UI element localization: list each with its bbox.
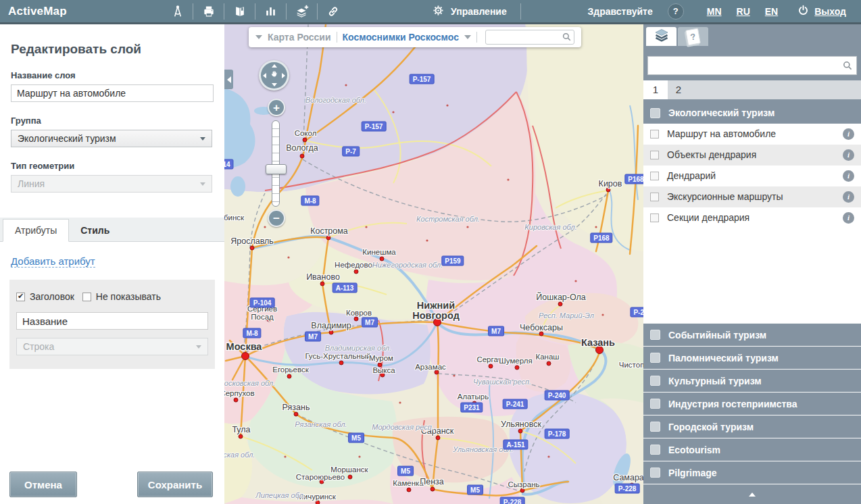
edit-layer-panel: Редактировать слой Название слоя Группа … [0, 24, 224, 504]
group-checkbox[interactable] [650, 399, 660, 409]
legend-book-icon[interactable] [224, 0, 255, 22]
road-badge: Р-228 [500, 497, 525, 504]
add-layer-icon[interactable] [287, 0, 317, 22]
active-layer-selector[interactable]: Космоснимки Роскосмос [343, 32, 459, 43]
group-checkbox[interactable] [650, 330, 660, 340]
city-dot [234, 398, 239, 403]
statistics-icon[interactable] [255, 0, 286, 22]
lang-mn[interactable]: MN [707, 6, 722, 17]
group-checkbox[interactable] [650, 376, 660, 386]
search-icon[interactable] [562, 32, 572, 45]
info-icon[interactable]: i [843, 191, 854, 203]
tab-layers[interactable] [646, 27, 676, 46]
help-button[interactable]: ? [668, 3, 684, 20]
pan-up-icon[interactable] [272, 64, 277, 68]
layers-search-input[interactable] [648, 57, 856, 74]
city-dot [558, 302, 563, 307]
city-label: Нижний Новгород [409, 301, 463, 321]
group-select[interactable]: Экологический туризм [11, 130, 212, 147]
attribute-card: Заголовок Не показывать Строка [9, 280, 215, 369]
map-canvas[interactable]: МоскваНижний НовгородКазаньВологдаСоколК… [224, 24, 643, 504]
layer-group-bar[interactable]: Культурный туризм [643, 369, 861, 392]
layer-group-bar[interactable]: Городской туризм [643, 415, 861, 438]
info-icon[interactable]: i [843, 212, 854, 224]
pan-down-icon[interactable] [272, 83, 277, 86]
base-layer-selector[interactable]: Карта России [268, 32, 331, 43]
layer-group-bar[interactable]: Паломнический туризм [643, 346, 861, 369]
hide-checkbox-label: Не показывать [96, 291, 161, 302]
hand-icon [268, 68, 280, 82]
layer-group-bar[interactable]: Ecotourism [643, 438, 861, 461]
layer-checkbox[interactable] [650, 151, 659, 159]
layer-group-bar[interactable]: Индустрия гостеприимства [643, 392, 861, 415]
edit-panel-tabs: Атрибуты Стиль [0, 218, 224, 242]
layer-checkbox[interactable] [650, 172, 659, 180]
city-label: Сызрань [508, 480, 540, 488]
pan-right-icon[interactable] [282, 73, 285, 78]
region-label: Респ. Марий-Эл [539, 311, 594, 320]
search-icon[interactable] [842, 60, 853, 74]
zoom-out-button[interactable]: − [268, 209, 285, 227]
region-label: Владимирская обл. [325, 344, 392, 352]
geometry-type-select: Линия [11, 175, 212, 193]
road-badge: Р231 [460, 403, 483, 413]
city-label: Канаш [535, 353, 559, 361]
add-attribute-link[interactable]: Добавить атрибут [11, 255, 95, 268]
city-dot [326, 236, 331, 241]
layer-group-bar[interactable]: Pilgrimage [643, 461, 861, 484]
cancel-button[interactable]: Отмена [9, 472, 77, 497]
group-checkbox[interactable] [650, 422, 660, 432]
page-1[interactable]: 1 [643, 80, 668, 99]
road-badge: Р-157 [410, 74, 435, 84]
group-checkbox[interactable] [650, 445, 660, 455]
layer-group-bar[interactable]: Событийный туризм [643, 323, 861, 346]
info-icon[interactable]: i [843, 170, 854, 182]
road-badge: Р-241 [503, 399, 528, 409]
map-search-input[interactable] [486, 30, 574, 44]
tab-style[interactable]: Стиль [69, 220, 121, 241]
tab-attributes[interactable]: Атрибуты [3, 219, 69, 242]
layer-name-input[interactable] [11, 84, 214, 102]
logout-button[interactable]: Выход [793, 3, 850, 20]
attribute-name-input[interactable] [16, 312, 208, 330]
base-layer-chevron-icon[interactable] [255, 35, 262, 39]
group-checkbox[interactable] [650, 353, 660, 363]
group-checkbox[interactable] [650, 468, 660, 478]
print-icon[interactable] [193, 0, 224, 22]
tab-legend-help[interactable]: ? [678, 27, 708, 46]
attribute-type-value: Строка [23, 341, 54, 352]
region-label: Нижегородская обл. [372, 261, 443, 269]
save-button[interactable]: Сохранить [137, 472, 213, 497]
panel-collapse-toggle[interactable] [224, 70, 233, 89]
city-dot [287, 374, 292, 379]
layer-checkbox[interactable] [650, 130, 659, 138]
hide-checkbox[interactable] [82, 293, 91, 301]
layer-group-header[interactable]: Экологический туризм [643, 103, 861, 124]
page-2[interactable]: 2 [668, 80, 689, 99]
lang-en[interactable]: EN [765, 6, 778, 17]
region-label: Чувашская респ. [473, 378, 531, 386]
group-checkbox[interactable] [650, 108, 660, 118]
group-select-value: Экологический туризм [18, 133, 116, 144]
measure-icon[interactable] [162, 0, 193, 22]
layer-checkbox[interactable] [650, 193, 659, 201]
layer-checkbox[interactable] [650, 213, 659, 222]
panel-collapse-footer[interactable] [643, 484, 861, 504]
pan-left-icon[interactable] [263, 73, 266, 78]
zoom-slider-handle[interactable] [266, 164, 287, 174]
active-layer-chevron-icon[interactable] [464, 35, 471, 39]
info-icon[interactable]: i [843, 128, 854, 140]
city-label: Егорьевск [272, 366, 309, 374]
city-dot [339, 361, 344, 366]
header-toolbar [162, 0, 348, 22]
activemap-app: ActiveMap [0, 0, 861, 504]
info-icon[interactable]: i [843, 149, 854, 161]
share-link-icon[interactable] [318, 0, 348, 22]
zoom-slider[interactable] [272, 120, 280, 207]
management-menu[interactable]: Управление [428, 3, 511, 20]
region-label: Липецкая обл. [255, 491, 305, 499]
map-pan-control[interactable] [259, 60, 289, 91]
title-checkbox[interactable] [16, 293, 25, 301]
lang-ru[interactable]: RU [737, 6, 750, 17]
zoom-in-button[interactable]: + [268, 99, 285, 116]
